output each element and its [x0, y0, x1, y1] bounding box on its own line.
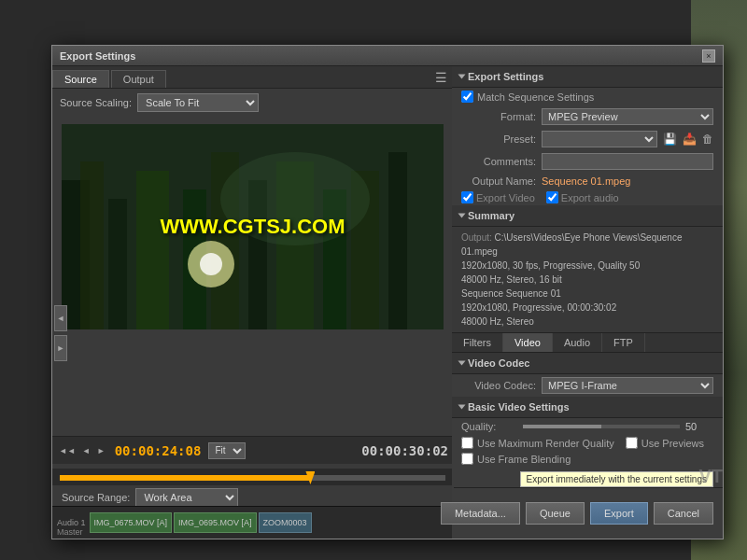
side-control-1[interactable]: ◄	[54, 305, 67, 331]
preset-select[interactable]	[542, 131, 657, 147]
source-range-select[interactable]: Work Area	[135, 488, 238, 507]
video-codec-section-header: Video Codec	[452, 353, 723, 374]
clip-3[interactable]: ZOOM0003	[259, 512, 312, 533]
section-triangle-video-codec	[458, 361, 466, 366]
use-frame-blending-checkbox[interactable]	[461, 453, 473, 465]
output-name-row: Output Name: Sequence 01.mpeg	[452, 173, 723, 189]
play-btn[interactable]: ◄	[80, 445, 92, 456]
watermark: WWW.CGTSJ.COM	[161, 215, 345, 239]
video-preview: WWW.CGTSJ.COM	[62, 124, 444, 329]
use-previews-label: Use Previews	[641, 438, 704, 449]
prev-frame-btn[interactable]: ◄◄	[57, 445, 78, 456]
timecode-current: 00:00:24:08	[110, 443, 206, 458]
progress-fill	[60, 475, 310, 481]
tab-filters[interactable]: Filters	[452, 333, 503, 352]
export-settings-section-header: Export Settings	[452, 66, 723, 88]
export-audio-label: Export audio	[546, 191, 619, 203]
side-control-2[interactable]: ►	[54, 335, 67, 361]
timeline-track: IMG_0675.MOV [A] IMG_0695.MOV [A] ZOOM00…	[90, 512, 448, 533]
video-codec-header-label: Video Codec	[468, 357, 529, 369]
source-range-label: Source Range:	[62, 492, 130, 503]
progress-area	[52, 469, 453, 487]
output-name-label: Output Name:	[461, 175, 536, 187]
summary-audio3-line: 1920x1080, Progressive, 00:00:30:02	[461, 301, 713, 315]
svg-rect-3	[108, 199, 127, 329]
save-preset-icon[interactable]: 💾	[663, 133, 677, 146]
source-scaling-select[interactable]: Scale To Fit	[137, 93, 259, 112]
video-codec-select[interactable]: MPEG I-Frame	[542, 377, 713, 394]
close-button[interactable]: ×	[702, 49, 715, 63]
summary-output-line: Output: C:\Users\Videos\Eye Phone Views\…	[461, 231, 713, 259]
svg-rect-2	[80, 161, 104, 329]
left-side-controls: ◄ ►	[52, 137, 69, 361]
next-frame-btn[interactable]: ►	[95, 445, 107, 456]
summary-audio2-line: Sequence Sequence 01	[461, 287, 713, 301]
dialog-title: Export Settings	[60, 50, 135, 62]
source-output-tabs: Source Output ☰	[52, 66, 453, 89]
export-video-checkbox[interactable]	[461, 191, 473, 203]
tab-source[interactable]: Source	[52, 70, 109, 88]
tab-audio[interactable]: Audio	[553, 333, 602, 352]
export-settings-header-label: Export Settings	[468, 71, 543, 82]
summary-audio1-line: 48000 Hz, Stereo, 16 bit	[461, 273, 713, 287]
tab-ftp[interactable]: FTP	[602, 333, 645, 352]
summary-output-label: Output:	[461, 232, 492, 243]
import-icon[interactable]: 📥	[683, 133, 697, 146]
use-frame-blending-row: Use Frame Blending	[452, 451, 723, 467]
svg-rect-4	[136, 171, 169, 329]
cancel-button[interactable]: Cancel	[654, 502, 713, 525]
export-button[interactable]: Export	[590, 502, 648, 525]
use-previews-checkbox[interactable]	[626, 437, 638, 449]
output-name-link[interactable]: Sequence 01.mpeg	[542, 175, 630, 187]
tab-video[interactable]: Video	[503, 333, 553, 352]
timeline-controls: ◄◄ ◄ ► 00:00:24:08 Fit 00:00:30:02	[52, 436, 453, 464]
export-settings-dialog: Export Settings × Source Output ☰ Source…	[51, 45, 724, 539]
basic-video-section-header: Basic Video Settings	[452, 397, 723, 418]
section-triangle-basic-video	[458, 405, 466, 410]
right-panel: Export Settings Match Sequence Settings …	[452, 66, 723, 539]
quality-slider-fill	[523, 425, 601, 428]
svg-rect-11	[388, 152, 407, 329]
quality-slider[interactable]	[523, 425, 680, 428]
summary-section-header: Summary	[452, 205, 723, 227]
clip-2[interactable]: IMG_0695.MOV [A]	[174, 512, 257, 533]
progress-bar[interactable]	[60, 475, 445, 481]
preset-row: Preset: 💾 📥 🗑	[452, 128, 723, 150]
tab-output[interactable]: Output	[111, 70, 166, 88]
summary-section: Output: C:\Users\Videos\Eye Phone Views\…	[452, 227, 723, 333]
format-select[interactable]: MPEG Preview	[542, 108, 713, 125]
clip-1[interactable]: IMG_0675.MOV [A]	[90, 512, 173, 533]
match-sequence-label: Match Sequence Settings	[477, 91, 594, 103]
summary-video-line: 1920x1080, 30 fps, Progressive, Quality …	[461, 259, 713, 273]
format-label: Format:	[461, 111, 536, 122]
left-panel: Source Output ☰ Source Scaling: Scale To…	[52, 66, 454, 539]
export-checkboxes-row: Export Video Export audio	[452, 189, 723, 205]
comments-input[interactable]	[542, 153, 713, 170]
video-codec-label: Video Codec:	[461, 380, 536, 391]
use-max-render-row: Use Maximum Render Quality Use Previews	[452, 435, 723, 451]
timecode-end: 00:00:30:02	[361, 443, 448, 458]
quality-value: 50	[685, 421, 713, 432]
dialog-titlebar: Export Settings ×	[52, 46, 723, 66]
bottom-buttons: Metadata... Queue Export Cancel	[454, 487, 723, 539]
preset-label: Preset:	[461, 133, 536, 145]
panel-collapse-icon[interactable]: ☰	[430, 67, 453, 88]
delete-preset-icon[interactable]: 🗑	[702, 133, 713, 146]
queue-button[interactable]: Queue	[526, 502, 585, 525]
quality-label: Quality:	[461, 421, 517, 432]
export-audio-checkbox[interactable]	[546, 191, 558, 203]
summary-audio4-line: 48000 Hz, Stereo	[461, 315, 713, 329]
source-scaling-row: Source Scaling: Scale To Fit	[52, 89, 453, 117]
comments-label: Comments:	[461, 156, 536, 167]
section-triangle-summary	[458, 214, 466, 218]
use-max-render-checkbox[interactable]	[461, 437, 473, 449]
comments-row: Comments:	[452, 150, 723, 173]
master-label: Master	[52, 525, 88, 539]
metadata-button[interactable]: Metadata...	[441, 502, 520, 525]
video-codec-row: Video Codec: MPEG I-Frame	[452, 374, 723, 397]
use-max-render-label: Use Maximum Render Quality	[477, 438, 614, 449]
section-triangle-export	[458, 75, 466, 79]
right-tabs: Filters Video Audio FTP	[452, 333, 723, 353]
fit-select[interactable]: Fit	[208, 442, 246, 459]
match-sequence-checkbox[interactable]	[461, 91, 473, 103]
